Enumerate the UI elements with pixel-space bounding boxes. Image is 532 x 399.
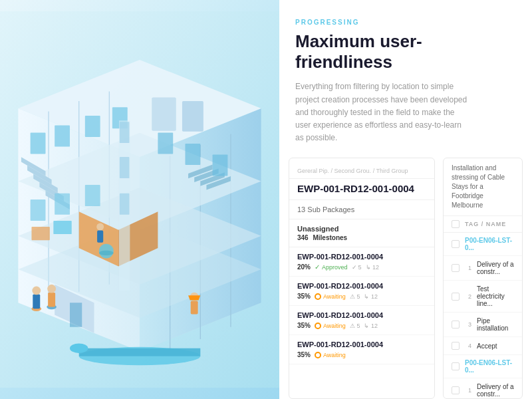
svg-rect-46 (191, 301, 198, 314)
awaiting-icon (315, 323, 321, 329)
status-awaiting: Awaiting (315, 323, 346, 329)
svg-marker-47 (188, 295, 200, 300)
group-id: P00-EN06-LST-0... (465, 237, 514, 251)
svg-rect-36 (70, 303, 82, 327)
tag-name: Test electricity line... (477, 285, 514, 307)
group-id: P00-EN06-LST-0... (465, 359, 514, 374)
svg-point-43 (96, 223, 104, 231)
svg-rect-54 (53, 221, 71, 234)
tag-group-header[interactable]: P00-EN06-LST-0... (444, 233, 522, 256)
tag-row[interactable]: 1 Delivery of a constr... (444, 378, 522, 399)
package-item-status: 35% Awaiting ⚠ 5 ↳ 12 (297, 322, 426, 329)
select-all-checkbox[interactable] (452, 220, 460, 228)
tag-number: 4 (465, 342, 471, 349)
tag-row[interactable]: 1 Delivery of a constr... (444, 256, 522, 281)
meta-check-count: ⚠ 5 (350, 293, 360, 300)
svg-rect-41 (48, 293, 55, 307)
right-panel: PROGRESSING Maximum user-friendliness Ev… (279, 0, 532, 399)
tag-number: 1 (465, 387, 471, 394)
package-item[interactable]: EWP-001-RD12-001-0004 35% Awaiting (289, 335, 434, 364)
sub-packages-header: 13 Sub Packages (289, 200, 434, 219)
description-text: Everything from filtering by location to… (295, 80, 468, 144)
svg-rect-30 (158, 133, 173, 154)
meta-link-count: ↳ 12 (364, 293, 378, 300)
svg-rect-53 (31, 227, 49, 240)
tag-checkbox[interactable] (452, 342, 460, 350)
tag-row[interactable]: 3 Pipe installation (444, 313, 522, 337)
tags-panel: Installation and stressing of Cable Stay… (443, 158, 523, 399)
breadcrumb: Gereral Pip. / Second Grou. / Third Grou… (289, 158, 434, 179)
meta-check-count: ✓ 5 (352, 264, 362, 271)
package-item-id: EWP-001-RD12-001-0004 (297, 340, 426, 348)
milestones-count: 346 (297, 234, 309, 241)
svg-point-42 (47, 285, 56, 293)
tag-checkbox[interactable] (452, 321, 460, 329)
svg-rect-44 (97, 231, 103, 243)
svg-rect-58 (120, 122, 130, 143)
status-awaiting: Awaiting (315, 293, 346, 300)
meta-check-count: ⚠ 5 (350, 323, 360, 329)
meta-link-count: ↳ 12 (366, 264, 380, 271)
svg-rect-59 (120, 157, 130, 178)
package-item[interactable]: EWP-001-RD12-001-0004 35% Awaiting ⚠ 5 ↳… (289, 277, 434, 306)
unassigned-label: Unassigned (289, 219, 434, 234)
package-item-id: EWP-001-RD12-001-0004 (297, 311, 426, 319)
tag-row[interactable]: 2 Test electricity line... (444, 281, 522, 313)
svg-point-50 (70, 343, 88, 353)
package-id: EWP-001-RD12-001-0004 (289, 179, 434, 200)
svg-rect-49 (79, 348, 201, 356)
progressing-label: PROGRESSING (295, 19, 516, 26)
package-item[interactable]: EWP-001-RD12-001-0004 35% Awaiting ⚠ 5 ↳… (289, 306, 434, 335)
svg-rect-27 (31, 200, 46, 221)
svg-rect-29 (85, 185, 100, 206)
svg-point-39 (32, 287, 41, 295)
packages-panel: Gereral Pip. / Second Grou. / Third Grou… (289, 158, 435, 399)
tag-name: Delivery of a constr... (477, 261, 514, 275)
status-approved: ✓ Approved (315, 263, 348, 271)
svg-rect-38 (33, 294, 40, 309)
tag-name: Delivery of a constr... (477, 383, 514, 398)
tag-name: Pipe installation (477, 317, 514, 332)
status-awaiting: Awaiting (315, 352, 346, 358)
awaiting-icon (315, 352, 321, 358)
content-area: PROGRESSING Maximum user-friendliness Ev… (279, 19, 532, 158)
svg-rect-56 (182, 101, 203, 132)
package-item-status: 35% Awaiting ⚠ 5 ↳ 12 (297, 293, 426, 300)
milestones-label: Milestones (313, 234, 347, 241)
tags-col-label: TAG / NAME (465, 221, 506, 227)
package-item-status: 20% ✓ Approved ✓ 5 ↳ 12 (297, 263, 426, 271)
milestones-row: 346 Milestones (289, 234, 434, 247)
svg-rect-55 (152, 98, 176, 131)
svg-rect-24 (55, 126, 70, 147)
meta-link-count: ↳ 12 (364, 323, 378, 329)
svg-rect-25 (85, 116, 100, 137)
tags-header-info: Installation and stressing of Cable Stay… (444, 158, 522, 216)
awaiting-icon (315, 293, 321, 300)
tag-number: 3 (465, 321, 471, 328)
package-item-id: EWP-001-RD12-001-0004 (297, 282, 426, 290)
group-checkbox[interactable] (452, 362, 460, 370)
main-title: Maximum user-friendliness (295, 31, 516, 72)
group-checkbox[interactable] (452, 240, 460, 248)
svg-point-52 (99, 251, 114, 255)
tag-name: Accept (477, 342, 514, 350)
checkmark-icon: ✓ (315, 263, 320, 271)
illustration-panel (0, 0, 279, 399)
tag-number: 1 (465, 265, 471, 271)
tag-checkbox[interactable] (452, 264, 460, 272)
tag-number: 2 (465, 293, 471, 300)
tag-group-header[interactable]: P00-EN06-LST-0... (444, 355, 522, 378)
package-item-id: EWP-001-RD12-001-0004 (297, 253, 426, 261)
tag-checkbox[interactable] (452, 293, 460, 301)
package-item-status: 35% Awaiting (297, 351, 426, 358)
isometric-building (0, 0, 279, 399)
svg-rect-32 (213, 154, 228, 176)
tag-checkbox[interactable] (452, 386, 460, 394)
package-item[interactable]: EWP-001-RD12-001-0004 20% ✓ Approved ✓ 5… (289, 247, 434, 277)
svg-rect-28 (55, 194, 70, 215)
tags-column-header: TAG / NAME (444, 216, 522, 233)
breadcrumb-text: Gereral Pip. / Second Grou. / Third Grou… (297, 168, 408, 174)
svg-rect-60 (120, 194, 130, 215)
tag-row[interactable]: 4 Accept (444, 337, 522, 355)
svg-rect-23 (31, 133, 46, 154)
